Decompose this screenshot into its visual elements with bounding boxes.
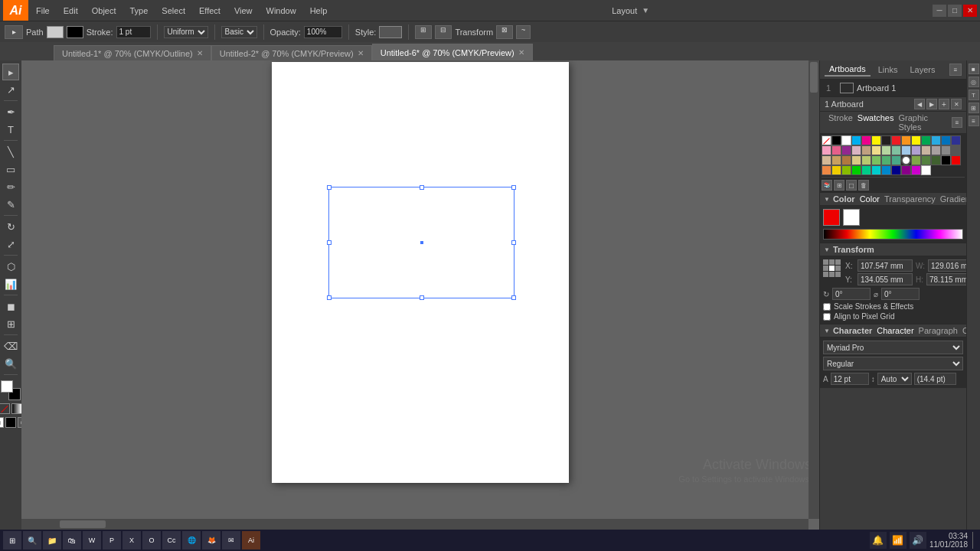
artboard-add[interactable]: + [939, 99, 949, 109]
swatch-green[interactable] [921, 135, 931, 145]
handle-tl[interactable] [327, 185, 332, 190]
panel-tab-layers[interactable]: Layers [905, 64, 939, 76]
taskbar-volume-icon[interactable]: 🔊 [910, 532, 926, 549]
panel-tab-links[interactable]: Links [874, 64, 903, 76]
swatch-new-swatch[interactable]: □ [846, 180, 857, 191]
swatch-libraries-btn[interactable]: 📚 [822, 180, 832, 191]
color-tab-transparency[interactable]: Transparency [884, 194, 936, 204]
handle-bl[interactable] [327, 295, 332, 300]
swatch-g9[interactable] [911, 155, 921, 165]
y-input[interactable] [858, 273, 913, 285]
menu-type[interactable]: Type [124, 5, 155, 17]
tab-1[interactable]: Untitled-2* @ 70% (CMYK/Preview) ✕ [211, 45, 372, 60]
tool-brush[interactable]: ✏ [2, 178, 19, 195]
scale-strokes-checkbox[interactable] [823, 303, 831, 311]
menu-file[interactable]: File [30, 5, 56, 17]
v-scrollbar[interactable] [808, 60, 819, 519]
swatch-b10[interactable] [891, 165, 901, 175]
tool-select[interactable]: ▸ [2, 64, 19, 80]
swatch-r5[interactable] [861, 145, 871, 155]
swatch-b9[interactable] [881, 165, 891, 175]
tool-eyedropper[interactable]: ⌫ [2, 337, 19, 354]
font-style-select[interactable]: Regular [823, 357, 963, 370]
swatch-r3[interactable] [841, 145, 851, 155]
align-pixel-checkbox[interactable] [823, 313, 831, 321]
fg-color-swatch[interactable] [1, 380, 13, 393]
taskbar-illustrator[interactable]: Ai [242, 531, 260, 549]
swatch-violet[interactable] [951, 135, 961, 145]
style-swatch[interactable] [379, 26, 402, 38]
swatch-r11[interactable] [921, 145, 931, 155]
layout-dropdown-icon[interactable]: ▼ [642, 6, 649, 15]
fill-none-option[interactable]: □ [0, 417, 4, 428]
swatch-r7[interactable] [881, 145, 891, 155]
pixel-preview-btn[interactable]: ⊞ [415, 25, 432, 39]
tool-blend[interactable]: ⬡ [2, 258, 19, 275]
taskbar-start[interactable]: ⊞ [3, 531, 21, 549]
tool-direct-select[interactable]: ↗ [2, 81, 19, 98]
swatch-g11[interactable] [931, 155, 941, 165]
swatch-b5[interactable] [841, 165, 851, 175]
tool-mesh[interactable]: ⊞ [2, 315, 19, 332]
menu-select[interactable]: Select [155, 5, 191, 17]
tab-0-close[interactable]: ✕ [197, 49, 203, 57]
tool-gradient[interactable]: ◼ [2, 298, 19, 315]
swatch-r14[interactable] [951, 145, 961, 155]
swatch-b13[interactable] [921, 165, 931, 175]
swatch-delete[interactable]: 🗑 [858, 180, 869, 191]
h-scroll-thumb[interactable] [60, 520, 106, 528]
tool-scale[interactable]: ⤢ [2, 236, 19, 253]
taskbar-mail[interactable]: ✉ [222, 531, 240, 549]
handle-tc[interactable] [420, 185, 424, 190]
swatches-options-btn[interactable]: ≡ [952, 117, 962, 128]
taskbar-word[interactable]: W [83, 531, 101, 549]
panel-strip-btn-2[interactable]: ◎ [969, 77, 979, 87]
tool-type[interactable]: T [2, 121, 19, 138]
swatch-r4[interactable] [851, 145, 861, 155]
fill-swatch[interactable] [47, 26, 64, 38]
swatch-g4[interactable] [851, 155, 861, 165]
tool-rotate[interactable]: ↻ [2, 218, 19, 235]
swatch-none[interactable] [822, 135, 831, 145]
leading-select[interactable]: Auto [877, 373, 912, 385]
swatch-red[interactable] [891, 135, 901, 145]
opacity-input[interactable] [304, 26, 342, 38]
swatch-y100[interactable] [871, 135, 881, 145]
taskbar-firefox[interactable]: 🦊 [202, 531, 220, 549]
swatch-g6[interactable] [871, 155, 881, 165]
artboard-nav-prev[interactable]: ◀ [914, 99, 925, 109]
swatch-b2[interactable] [951, 155, 961, 165]
shear-input[interactable] [881, 288, 920, 300]
swatch-g5[interactable] [861, 155, 871, 165]
character-section-header[interactable]: ▼ Character Character Paragraph OpenType [820, 324, 966, 337]
transform-icon[interactable]: ⊠ [496, 25, 513, 39]
menu-help[interactable]: Help [304, 5, 334, 17]
swatch-blue[interactable] [941, 135, 951, 145]
tab-2[interactable]: Untitled-6* @ 70% (CMYK/Preview) ✕ [372, 44, 533, 60]
stroke-input[interactable] [116, 26, 151, 38]
swatch-g7[interactable] [881, 155, 891, 165]
taskbar-notification-icon[interactable]: 🔔 [870, 532, 887, 549]
swatch-tab-graphic-styles[interactable]: Graphic Styles [899, 113, 952, 132]
swatch-g3[interactable] [841, 155, 851, 165]
maximize-button[interactable]: □ [948, 5, 962, 17]
stroke-type-select[interactable]: Uniform [164, 26, 208, 38]
font-family-select[interactable]: Myriad Pro [823, 341, 963, 354]
artboard-row-1[interactable]: 1 Artboard 1 [820, 81, 966, 95]
char-tab-character[interactable]: Character [877, 326, 913, 335]
transform-reference-grid[interactable] [823, 259, 841, 277]
taskbar-outlook[interactable]: O [142, 531, 161, 549]
panel-strip-btn-4[interactable]: ⊞ [969, 103, 979, 113]
rotation-input[interactable] [832, 288, 871, 300]
panel-options-btn[interactable]: ≡ [949, 64, 962, 76]
panel-tab-artboards[interactable]: Artboards [825, 63, 871, 77]
char-tab-paragraph[interactable]: Paragraph [919, 326, 958, 335]
color-spectrum[interactable] [823, 229, 963, 240]
taskbar-powerpoint[interactable]: P [103, 531, 121, 549]
tool-pen[interactable]: ✒ [2, 103, 19, 120]
swatch-b11[interactable] [901, 165, 911, 175]
swatch-tab-swatches[interactable]: Swatches [858, 113, 894, 132]
color-section-header[interactable]: ▼ Color Color Transparency Gradient [820, 193, 966, 206]
swatch-b8[interactable] [871, 165, 881, 175]
swatch-g8[interactable] [891, 155, 901, 165]
